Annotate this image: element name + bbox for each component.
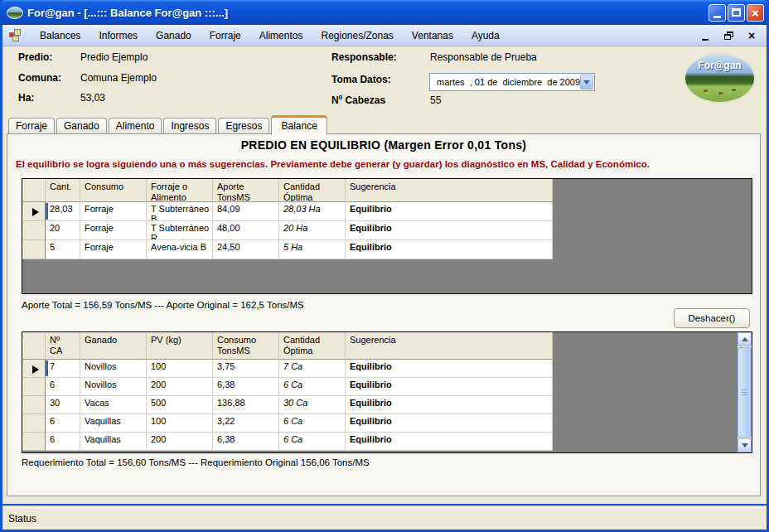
cell[interactable]: 500 bbox=[147, 396, 213, 414]
cell[interactable]: 3,22 bbox=[213, 414, 279, 433]
cell[interactable]: 28,03 bbox=[46, 202, 80, 221]
cell[interactable]: 30 Ca bbox=[279, 396, 346, 414]
tab-ingresos[interactable]: Ingresos bbox=[163, 118, 216, 134]
tab-ganado[interactable]: Ganado bbox=[56, 118, 107, 134]
cell[interactable]: 20 bbox=[46, 221, 80, 240]
menu-ayuda[interactable]: Ayuda bbox=[462, 27, 509, 45]
menu-regiones-zonas[interactable]: Regiones/Zonas bbox=[312, 27, 402, 45]
row-selector[interactable] bbox=[22, 221, 46, 240]
menu-balances[interactable]: Balances bbox=[31, 27, 89, 45]
equilibrio-warning-text: El equilibrio se logra siguiendo una o m… bbox=[16, 159, 650, 169]
close-button[interactable]: × bbox=[747, 4, 764, 22]
tab-egresos[interactable]: Egresos bbox=[218, 118, 269, 134]
cell[interactable]: 200 bbox=[147, 433, 213, 451]
tab-alimento[interactable]: Alimento bbox=[109, 118, 162, 134]
row-selector[interactable] bbox=[22, 433, 46, 451]
restore-icon bbox=[724, 31, 733, 40]
cell[interactable]: 7 Ca bbox=[279, 360, 346, 378]
cell[interactable]: T Subterráneo R bbox=[147, 221, 213, 240]
maximize-button[interactable] bbox=[728, 4, 745, 22]
cell[interactable]: 84,09 bbox=[213, 202, 279, 221]
col-pv: PV (kg) bbox=[147, 332, 213, 360]
cell[interactable]: 24,50 bbox=[213, 240, 279, 259]
menu-ganado[interactable]: Ganado bbox=[147, 27, 201, 45]
mdi-minimize-button[interactable] bbox=[699, 29, 712, 42]
cell[interactable]: 100 bbox=[147, 414, 213, 433]
menu-ventanas[interactable]: Ventanas bbox=[403, 27, 462, 45]
combo-dropdown-button[interactable] bbox=[580, 75, 593, 89]
foragan-logo: For@gan bbox=[685, 55, 754, 102]
mdi-restore-button[interactable] bbox=[722, 29, 735, 42]
table-row: 6 Vaquillas 200 6,38 6 Ca Equilibrio bbox=[22, 433, 553, 451]
cell[interactable]: 20 Ha bbox=[279, 221, 346, 240]
cell[interactable]: 100 bbox=[147, 360, 213, 378]
cell[interactable]: 5 Ha bbox=[279, 240, 346, 259]
cell[interactable]: Equilibrio bbox=[346, 433, 553, 451]
tab-forraje[interactable]: Forraje bbox=[8, 118, 55, 134]
col-forraje-alimento: Forraje o Alimento bbox=[147, 179, 213, 202]
cell[interactable]: Vaquillas bbox=[80, 433, 147, 451]
row-selector[interactable] bbox=[22, 378, 46, 396]
scroll-down-button[interactable] bbox=[738, 438, 752, 452]
menu-forraje[interactable]: Forraje bbox=[201, 27, 250, 45]
cell[interactable]: 6,38 bbox=[213, 433, 279, 451]
cell[interactable]: 6 Ca bbox=[279, 378, 346, 396]
cell[interactable]: Equilibrio bbox=[346, 378, 553, 396]
cell[interactable]: 28,03 Ha bbox=[279, 202, 346, 221]
app-logo-icon bbox=[7, 7, 23, 19]
cell[interactable]: T Subterráneo B bbox=[147, 202, 213, 221]
cell[interactable]: 6 Ca bbox=[279, 414, 346, 433]
maximize-icon bbox=[732, 8, 741, 17]
ganado-grid: Nº CA Ganado PV (kg) Consumo TonsMS Cant… bbox=[22, 331, 752, 453]
scrollbar-thumb[interactable] bbox=[738, 347, 752, 438]
cell[interactable]: 6 bbox=[46, 433, 80, 451]
col-cantidad-optima: Cantidad Óptima bbox=[279, 179, 346, 202]
title-bar[interactable]: For@gan - [...::: Balance For@gan :::...… bbox=[0, 0, 769, 25]
cell[interactable]: Equilibrio bbox=[346, 221, 553, 240]
cell[interactable]: 6 bbox=[46, 378, 80, 396]
cell[interactable]: Novillos bbox=[80, 378, 147, 396]
cell[interactable]: 6 Ca bbox=[279, 433, 346, 451]
row-selector[interactable] bbox=[22, 202, 46, 221]
vertical-scrollbar[interactable] bbox=[738, 332, 752, 452]
cell[interactable]: 136,88 bbox=[213, 396, 279, 414]
forraje-grid: Cant. Consumo Forraje o Alimento Aporte … bbox=[22, 178, 752, 294]
minimize-button[interactable] bbox=[709, 4, 726, 22]
cell[interactable]: 200 bbox=[147, 378, 213, 396]
tab-balance[interactable]: Balance bbox=[271, 115, 326, 135]
row-selector[interactable] bbox=[22, 240, 46, 259]
predio-label: Predio: bbox=[18, 51, 52, 63]
cell[interactable]: 7 bbox=[46, 360, 80, 378]
row-selector[interactable] bbox=[22, 414, 46, 433]
cell[interactable]: Forraje bbox=[80, 202, 147, 221]
menu-informes[interactable]: Informes bbox=[89, 27, 147, 45]
mdi-close-button[interactable]: × bbox=[745, 29, 758, 42]
row-selector[interactable] bbox=[22, 396, 46, 414]
cell[interactable]: Equilibrio bbox=[346, 202, 553, 221]
cell[interactable]: 6 bbox=[46, 414, 80, 433]
cell[interactable]: Equilibrio bbox=[346, 414, 553, 433]
row-selector[interactable] bbox=[22, 360, 46, 378]
cell[interactable]: Equilibrio bbox=[346, 360, 553, 378]
cell[interactable]: 3,75 bbox=[213, 360, 279, 378]
cell[interactable]: Forraje bbox=[80, 240, 147, 259]
cabezas-label: Nº Cabezas bbox=[331, 94, 385, 106]
cell[interactable]: Avena-vicia B bbox=[147, 240, 213, 259]
cell[interactable]: Vacas bbox=[80, 396, 147, 414]
deshacer-button[interactable]: Deshacer() bbox=[674, 308, 750, 328]
cell[interactable]: Vaquillas bbox=[80, 414, 147, 433]
cell[interactable]: Forraje bbox=[80, 221, 147, 240]
cell[interactable]: 30 bbox=[46, 396, 80, 414]
cell[interactable]: Equilibrio bbox=[346, 396, 553, 414]
aporte-total-text: Aporte Total = 156,59 Tons/MS --- Aporte… bbox=[22, 300, 304, 310]
cell[interactable]: 6,38 bbox=[213, 378, 279, 396]
chevron-down-icon bbox=[742, 443, 748, 447]
cell[interactable]: Novillos bbox=[80, 360, 147, 378]
toma-datos-select[interactable]: martes , 01 de diciembre de 2009 bbox=[429, 73, 595, 91]
cell[interactable]: 5 bbox=[46, 240, 80, 259]
cell[interactable]: Equilibrio bbox=[346, 240, 553, 259]
cell[interactable]: 48,00 bbox=[213, 221, 279, 240]
mdi-child-icon[interactable] bbox=[9, 29, 22, 42]
menu-alimentos[interactable]: Alimentos bbox=[250, 27, 312, 45]
scroll-up-button[interactable] bbox=[738, 332, 752, 346]
